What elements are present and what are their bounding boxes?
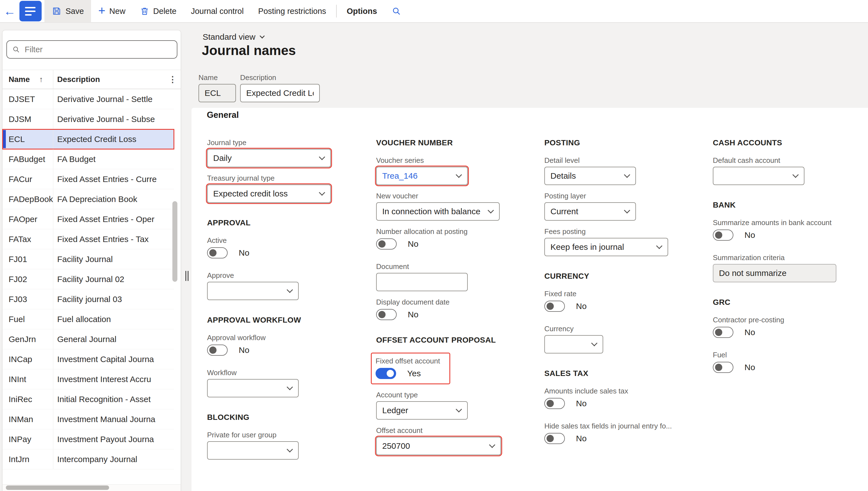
- delete-button[interactable]: Delete: [133, 0, 184, 23]
- account-type-select[interactable]: Ledger: [376, 401, 468, 420]
- journal-name-cell: FABudget: [2, 154, 53, 164]
- delete-label: Delete: [153, 7, 177, 16]
- journal-description-cell: Fuel allocation: [53, 309, 174, 329]
- new-button[interactable]: + New: [91, 0, 133, 23]
- journal-name-cell: ECL: [2, 135, 53, 144]
- hide-sales-tax-fields-in-journal-entry-fo-state: No: [576, 434, 587, 443]
- journal-description-cell: Investment Manual Journa: [53, 409, 174, 429]
- journal-description-cell: Facility journal 03: [53, 289, 174, 309]
- fixed-rate-toggle[interactable]: [544, 301, 565, 312]
- toggle-knob-icon: [547, 435, 554, 442]
- private-for-user-group-select[interactable]: [207, 441, 299, 460]
- offset-account-select[interactable]: 250700: [376, 437, 501, 455]
- journal-row-faoper[interactable]: FAOperFixed Asset Entries - Oper: [2, 209, 174, 229]
- amounts-include-sales-tax-state: No: [576, 399, 587, 408]
- section-approval-heading: APPROVAL: [207, 219, 364, 227]
- fuel-state: No: [744, 363, 755, 372]
- posting-layer-label: Posting layer: [544, 192, 701, 200]
- hide-sales-tax-fields-in-journal-entry-fo-toggle[interactable]: [544, 433, 565, 444]
- active-toggle[interactable]: [207, 247, 228, 258]
- journal-row-djsm[interactable]: DJSMDerivative Journal - Subse: [2, 109, 174, 129]
- back-button[interactable]: ←: [0, 0, 20, 23]
- detail-level-label: Detail level: [544, 156, 701, 165]
- amounts-include-sales-tax-group: Amounts include sales taxNo: [544, 387, 701, 409]
- filter-input[interactable]: [25, 45, 172, 54]
- approve-select[interactable]: [207, 282, 299, 300]
- journal-row-inint[interactable]: INIntInvestment Interest Accru: [2, 369, 174, 389]
- journal-row-incap[interactable]: INCapInvestment Capital Journa: [2, 349, 174, 369]
- menu-button[interactable]: [20, 1, 42, 21]
- currency-select[interactable]: [544, 335, 603, 353]
- journal-row-intjrn[interactable]: IntJrnIntercompany Journal: [2, 449, 174, 469]
- sort-ascending-icon[interactable]: ↑: [39, 75, 43, 84]
- journal-name-cell: INInt: [2, 375, 53, 384]
- contractor-pre-costing-toggle[interactable]: [713, 327, 733, 338]
- journal-row-inpay[interactable]: INPayInvestment Payout Journa: [2, 429, 174, 449]
- journal-name-cell: DJSM: [2, 114, 53, 124]
- summarize-amounts-in-bank-account-toggle[interactable]: [713, 230, 733, 241]
- journal-row-inirec[interactable]: IniRecInitial Recognition - Asset: [2, 389, 174, 409]
- save-button[interactable]: Save: [44, 0, 91, 23]
- voucher-series-select[interactable]: Trea_146: [376, 167, 468, 185]
- journal-row-fuel[interactable]: FuelFuel allocation: [2, 309, 174, 329]
- journal-row-facur[interactable]: FACurFixed Asset Entries - Curre: [2, 169, 174, 189]
- number-allocation-at-posting-label: Number allocation at posting: [376, 227, 533, 236]
- amounts-include-sales-tax-toggle[interactable]: [544, 398, 565, 409]
- default-cash-account-select[interactable]: [713, 167, 804, 185]
- private-for-user-group-group: Private for user group: [207, 431, 364, 460]
- fees-posting-value: Keep fees in journal: [551, 242, 657, 252]
- chevron-down-icon: [456, 172, 462, 178]
- fixed-offset-account-toggle[interactable]: [376, 368, 396, 379]
- options-button[interactable]: Options: [339, 0, 384, 23]
- chevron-down-icon: [287, 446, 293, 453]
- fixed-rate-state: No: [576, 301, 587, 311]
- workflow-select[interactable]: [207, 379, 299, 397]
- document-input[interactable]: [376, 273, 468, 291]
- fees-posting-select[interactable]: Keep fees in journal: [544, 238, 668, 256]
- journal-row-fatax[interactable]: FATaxFixed Asset Entries - Tax: [2, 229, 174, 249]
- display-document-date-toggle[interactable]: [376, 309, 397, 320]
- panel-splitter[interactable]: [182, 23, 191, 491]
- journal-row-ecl[interactable]: ECLExpected Credit Loss: [2, 129, 174, 149]
- journal-row-fadepbook[interactable]: FADepBookFA Depreciation Book: [2, 189, 174, 209]
- detail-level-select[interactable]: Details: [544, 167, 636, 185]
- name-column-header[interactable]: Name: [9, 75, 30, 84]
- options-label: Options: [347, 7, 377, 16]
- selection-indicator: [3, 130, 6, 148]
- offset-account-label: Offset account: [376, 426, 533, 435]
- vertical-scrollbar[interactable]: [173, 201, 177, 282]
- description-field[interactable]: Expected Credit Loss: [240, 84, 320, 102]
- journal-row-fj01[interactable]: FJ01Facility Journal: [2, 249, 174, 269]
- journal-row-fj03[interactable]: FJ03Facility journal 03: [2, 289, 174, 309]
- treasury-journal-type-select[interactable]: Expected credit loss: [207, 184, 331, 203]
- new-voucher-select[interactable]: In connection with balance: [376, 202, 500, 221]
- journal-row-fabudget[interactable]: FABudgetFA Budget: [2, 149, 174, 169]
- journal-control-button[interactable]: Journal control: [184, 0, 251, 23]
- fees-posting-label: Fees posting: [544, 227, 701, 236]
- horizontal-scrollbar[interactable]: [6, 486, 109, 490]
- journal-row-fj02[interactable]: FJ02Facility Journal 02: [2, 269, 174, 289]
- description-column-header[interactable]: Description: [57, 75, 100, 84]
- journal-row-genjrn[interactable]: GenJrnGeneral Journal: [2, 329, 174, 349]
- posting-layer-select[interactable]: Current: [544, 202, 636, 221]
- journal-row-inman[interactable]: INManInvestment Manual Journa: [2, 409, 174, 429]
- posting-restrictions-button[interactable]: Posting restrictions: [251, 0, 333, 23]
- search-button[interactable]: [384, 0, 409, 23]
- journal-name-cell: INCap: [2, 354, 53, 364]
- journal-type-select[interactable]: Daily: [207, 149, 331, 167]
- general-section-title[interactable]: General: [207, 110, 239, 120]
- account-type-value: Ledger: [382, 406, 457, 415]
- more-options-icon[interactable]: ⋮: [168, 75, 177, 84]
- journal-row-djset[interactable]: DJSETDerivative Journal - Settle: [2, 89, 174, 109]
- command-bar: ← Save + New Delete Journal control Post…: [0, 0, 868, 23]
- fuel-toggle[interactable]: [713, 362, 733, 373]
- number-allocation-at-posting-toggle[interactable]: [376, 238, 397, 250]
- approval-workflow-toggle[interactable]: [207, 345, 228, 356]
- journal-description-cell: Initial Recognition - Asset: [53, 389, 174, 409]
- filter-field: [6, 40, 177, 59]
- journal-name-cell: Fuel: [2, 315, 53, 324]
- journal-description-cell: FA Budget: [53, 149, 174, 169]
- view-switcher[interactable]: Standard view: [203, 32, 264, 42]
- posting-layer-group: Posting layerCurrent: [544, 192, 701, 221]
- approve-group: Approve: [207, 271, 364, 300]
